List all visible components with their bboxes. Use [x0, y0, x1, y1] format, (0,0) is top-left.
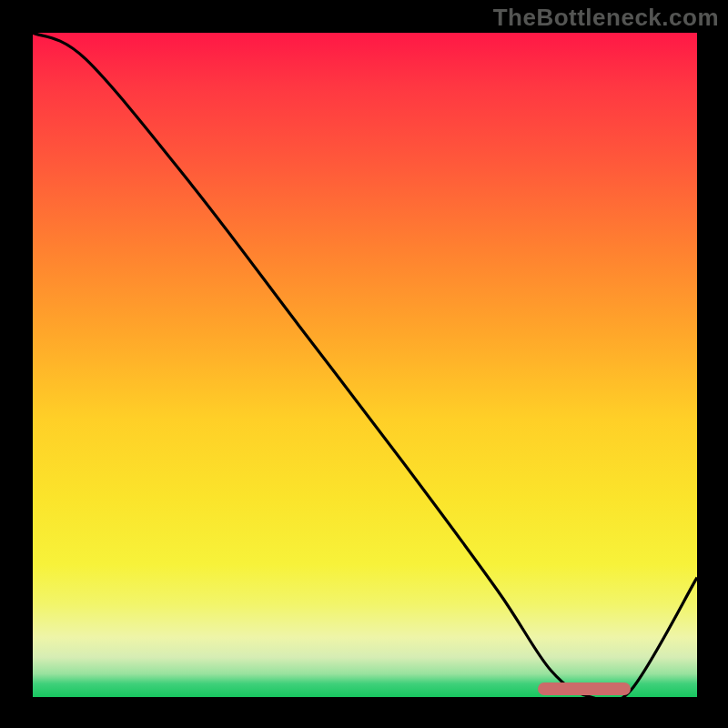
watermark-text: TheBottleneck.com: [493, 4, 719, 32]
chart-container: TheBottleneck.com: [0, 0, 728, 728]
optimal-range-marker: [538, 682, 631, 695]
curve-svg: [33, 33, 697, 697]
plot-area: [33, 33, 697, 697]
bottleneck-curve: [33, 33, 697, 703]
